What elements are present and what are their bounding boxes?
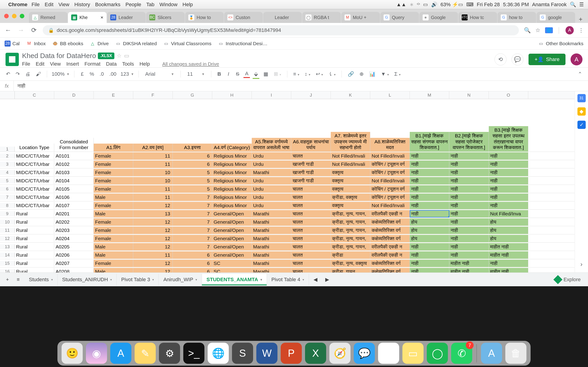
grid-cell[interactable]: MIDC/CT/Urbar	[15, 177, 54, 184]
menubar-item-view[interactable]: View	[59, 2, 69, 7]
grid-cell[interactable]: 7	[173, 218, 212, 226]
menubar-item-people[interactable]: People	[125, 2, 141, 7]
sheet-tab-menu-icon[interactable]: ▾	[110, 278, 112, 282]
grid-cell[interactable]: चालत	[291, 243, 331, 250]
grid-cell[interactable]: 11	[133, 185, 173, 193]
bookmark-item[interactable]: MInbox	[26, 41, 46, 47]
percent-button[interactable]: %	[88, 70, 95, 78]
row-header[interactable]: 12	[0, 236, 15, 241]
find-in-page-icon[interactable]: 🔍	[524, 27, 531, 33]
grid-cell[interactable]: 6	[173, 152, 212, 160]
control-center-icon[interactable]: ☰	[579, 2, 584, 8]
chrome-menu-icon[interactable]: ⋮	[578, 27, 584, 33]
increase-decimal-button[interactable]: .00	[108, 70, 118, 78]
activity-button[interactable]: ⟲	[494, 53, 506, 65]
sheets-menu-format[interactable]: Format	[85, 61, 101, 67]
grid-cell[interactable]: Female	[94, 152, 133, 160]
header-cell[interactable]: B2.[माझे शिक्षक सहसा प्रोजेक्टर वापरुन श…	[449, 132, 489, 152]
column-header[interactable]: L	[370, 91, 410, 99]
select-all-corner[interactable]	[0, 91, 15, 99]
grid-cell[interactable]: नाही	[489, 202, 528, 209]
grid-cell[interactable]: MIDC/CT/Urbar	[15, 185, 54, 193]
grid-cell[interactable]: Urdu	[252, 202, 291, 209]
column-header[interactable]: E	[94, 91, 133, 99]
grid-cell[interactable]: नाही	[449, 161, 489, 168]
grid-cell[interactable]: MIDC/CT/Urbar	[15, 152, 54, 160]
row-header[interactable]: 4	[0, 170, 15, 175]
browser-tab[interactable]: BCSlicers	[146, 12, 185, 23]
grid-cell[interactable]: A0103	[54, 169, 94, 176]
grid-cell[interactable]: General/Open	[212, 235, 252, 242]
grid-cell[interactable]: Not Filled/Invali	[370, 152, 410, 160]
grid-cell[interactable]: Male	[94, 268, 133, 273]
dock-app[interactable]: X	[305, 343, 326, 364]
row-header[interactable]: 7	[0, 195, 15, 200]
row-header[interactable]: 9	[0, 211, 15, 216]
row-header[interactable]: 1	[0, 147, 15, 152]
grid-cell[interactable]: Religious Minor	[212, 161, 252, 168]
dock-app[interactable]: 💬	[354, 343, 375, 364]
save-status[interactable]: All changes saved in Drive	[162, 61, 219, 67]
grid-cell[interactable]: चालत	[291, 218, 331, 226]
grid-cell[interactable]: चालत	[291, 194, 331, 201]
menubar-app[interactable]: Chrome	[8, 2, 27, 8]
grid-cell[interactable]: कक्षेव्यतिरिक्त वर्ग	[370, 218, 410, 226]
browser-tab[interactable]: ◯RGBA t	[302, 12, 341, 23]
grid-cell[interactable]: खाजगी गाडी	[291, 169, 331, 176]
grid-cell[interactable]: माहीत नाही	[489, 268, 528, 273]
grid-cell[interactable]: चालत	[291, 268, 331, 273]
move-icon[interactable]: ▭	[124, 52, 129, 59]
column-header[interactable]: J	[291, 91, 331, 99]
bookmark-star-icon[interactable]: ☆	[536, 27, 540, 33]
grid-cell[interactable]: वक्तृत्व	[331, 177, 370, 184]
grid-cell[interactable]: Not Filled/Inva	[489, 210, 528, 217]
row-header[interactable]: 3	[0, 162, 15, 167]
grid-cell[interactable]: नाही	[410, 161, 449, 168]
grid-cell[interactable]: क्रीडा, नृत्य, गायन,	[331, 218, 370, 226]
browser-tab[interactable]: MMoU +	[341, 12, 380, 23]
grid-cell[interactable]: होय	[410, 235, 449, 242]
grid-cell[interactable]: A0203	[54, 227, 94, 234]
grid-cell[interactable]: A0107	[54, 202, 94, 209]
grid-cell[interactable]: MIDC/CT/Urbar	[15, 169, 54, 176]
strikethrough-button[interactable]: S	[234, 70, 241, 78]
dock-app[interactable]: ✱	[378, 343, 399, 364]
dock-app[interactable]: ◉	[86, 343, 107, 364]
grid-cell[interactable]: A0201	[54, 210, 94, 217]
grid-cell[interactable]: चालत	[291, 260, 331, 267]
grid-cell[interactable]: क्रीडा, नृत्य, गायन,	[331, 210, 370, 217]
browser-tab[interactable]: 🏅How to	[185, 12, 224, 23]
calendar-addon-icon[interactable]: 31	[578, 94, 586, 102]
grid-cell[interactable]: Not Filled/Invali	[331, 152, 370, 160]
grid-cell[interactable]: Male	[94, 251, 133, 259]
menubar-item-window[interactable]: Window	[159, 2, 177, 7]
grid-cell[interactable]: Male	[94, 194, 133, 201]
grid-cell[interactable]: A0202	[54, 218, 94, 226]
close-window-button[interactable]	[4, 14, 9, 18]
share-button[interactable]: +👤Share	[528, 54, 565, 65]
add-sheet-button[interactable]: +	[3, 274, 12, 285]
grid-cell[interactable]: Religious Minor	[212, 152, 252, 160]
sheets-menu-file[interactable]: File	[22, 61, 30, 67]
browser-tab[interactable]: Ghow to	[498, 12, 536, 23]
valign-button[interactable]: ↕ ▾	[303, 70, 312, 78]
all-sheets-button[interactable]: ≡	[14, 274, 23, 285]
grid-cell[interactable]: Female	[94, 235, 133, 242]
grid-cell[interactable]: 7	[173, 235, 212, 242]
grid-cell[interactable]: Marathi	[252, 243, 291, 250]
grid-cell[interactable]: Rural	[15, 210, 54, 217]
grid-cell[interactable]: नाही	[410, 152, 449, 160]
grid-cell[interactable]: 5	[173, 185, 212, 193]
fill-color-button[interactable]: ⬙	[253, 70, 259, 78]
binoculars-icon[interactable]: ▲▲	[396, 2, 406, 8]
column-header[interactable]: G	[173, 91, 212, 99]
grid-cell[interactable]: 6	[173, 268, 212, 273]
grid-cell[interactable]: Not Filled/Invali	[331, 161, 370, 168]
bookmark-item[interactable]: ▭Virtual Classrooms	[163, 41, 212, 47]
browser-tab[interactable]: △Remed	[29, 12, 68, 23]
header-cell[interactable]: B1.[माझे शिक्षक सहसा संगणक वापरुन शिकवता…	[410, 132, 449, 152]
grid-cell[interactable]: Marathi	[252, 218, 291, 226]
menubar-item-help[interactable]: Help	[183, 2, 193, 7]
menubar-item-history[interactable]: History	[74, 2, 90, 7]
grid-cell[interactable]: नाही	[410, 251, 449, 259]
